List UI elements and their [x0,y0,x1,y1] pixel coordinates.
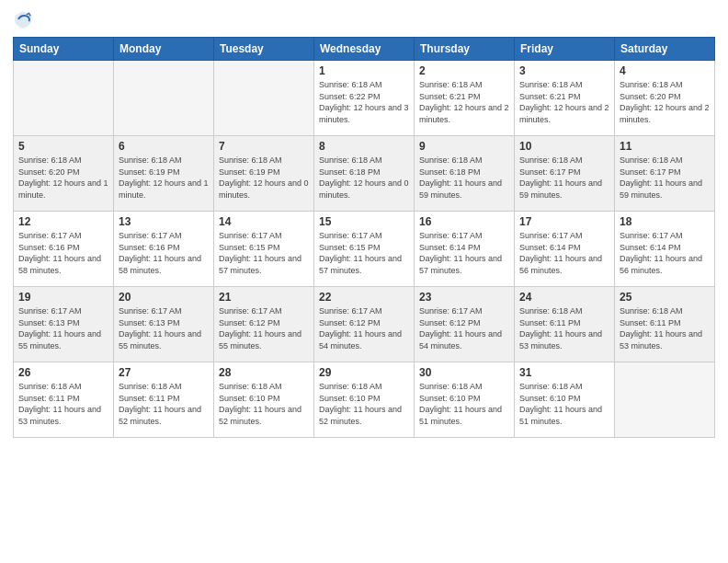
calendar-cell: 15Sunrise: 6:17 AM Sunset: 6:15 PM Dayli… [314,212,415,287]
day-info: Sunrise: 6:18 AM Sunset: 6:18 PM Dayligh… [319,155,409,201]
header [13,9,715,29]
calendar-cell [214,61,314,136]
calendar-cell: 16Sunrise: 6:17 AM Sunset: 6:14 PM Dayli… [415,212,515,287]
day-info: Sunrise: 6:18 AM Sunset: 6:11 PM Dayligh… [18,381,108,427]
day-number: 23 [419,291,509,304]
calendar-cell: 23Sunrise: 6:17 AM Sunset: 6:12 PM Dayli… [415,287,515,362]
day-number: 29 [319,366,409,379]
day-info: Sunrise: 6:18 AM Sunset: 6:20 PM Dayligh… [18,155,108,201]
calendar-cell: 26Sunrise: 6:18 AM Sunset: 6:11 PM Dayli… [14,362,114,438]
calendar-cell: 24Sunrise: 6:18 AM Sunset: 6:11 PM Dayli… [515,287,615,362]
day-info: Sunrise: 6:17 AM Sunset: 6:16 PM Dayligh… [119,230,209,276]
day-info: Sunrise: 6:18 AM Sunset: 6:21 PM Dayligh… [419,79,509,125]
day-number: 19 [18,291,108,304]
calendar-cell: 30Sunrise: 6:18 AM Sunset: 6:10 PM Dayli… [415,362,515,438]
calendar-cell: 1Sunrise: 6:18 AM Sunset: 6:22 PM Daylig… [314,61,415,136]
calendar-header-monday: Monday [114,38,214,61]
day-info: Sunrise: 6:17 AM Sunset: 6:12 PM Dayligh… [419,305,509,351]
calendar-cell: 28Sunrise: 6:18 AM Sunset: 6:10 PM Dayli… [214,362,314,438]
day-info: Sunrise: 6:18 AM Sunset: 6:21 PM Dayligh… [519,79,609,125]
calendar-cell: 6Sunrise: 6:18 AM Sunset: 6:19 PM Daylig… [114,136,214,212]
day-info: Sunrise: 6:18 AM Sunset: 6:17 PM Dayligh… [519,155,609,201]
day-number: 1 [319,64,409,77]
day-info: Sunrise: 6:18 AM Sunset: 6:19 PM Dayligh… [119,155,209,201]
day-number: 24 [519,291,609,304]
calendar-cell: 27Sunrise: 6:18 AM Sunset: 6:11 PM Dayli… [114,362,214,438]
calendar-cell: 9Sunrise: 6:18 AM Sunset: 6:18 PM Daylig… [415,136,515,212]
day-number: 6 [119,140,209,153]
calendar-cell: 3Sunrise: 6:18 AM Sunset: 6:21 PM Daylig… [515,61,615,136]
day-info: Sunrise: 6:18 AM Sunset: 6:18 PM Dayligh… [419,155,509,201]
calendar-header-saturday: Saturday [615,38,715,61]
day-info: Sunrise: 6:17 AM Sunset: 6:15 PM Dayligh… [219,230,309,276]
day-info: Sunrise: 6:17 AM Sunset: 6:13 PM Dayligh… [18,305,108,351]
calendar-week-1: 5Sunrise: 6:18 AM Sunset: 6:20 PM Daylig… [14,136,715,212]
calendar-cell: 12Sunrise: 6:17 AM Sunset: 6:16 PM Dayli… [14,212,114,287]
logo-icon [13,9,33,29]
day-info: Sunrise: 6:18 AM Sunset: 6:22 PM Dayligh… [319,79,409,125]
calendar-cell: 4Sunrise: 6:18 AM Sunset: 6:20 PM Daylig… [615,61,715,136]
day-info: Sunrise: 6:17 AM Sunset: 6:12 PM Dayligh… [219,305,309,351]
calendar-cell: 25Sunrise: 6:18 AM Sunset: 6:11 PM Dayli… [615,287,715,362]
calendar-cell: 8Sunrise: 6:18 AM Sunset: 6:18 PM Daylig… [314,136,415,212]
day-info: Sunrise: 6:18 AM Sunset: 6:20 PM Dayligh… [620,79,710,125]
day-number: 21 [219,291,309,304]
day-number: 16 [419,215,509,228]
calendar-week-2: 12Sunrise: 6:17 AM Sunset: 6:16 PM Dayli… [14,212,715,287]
day-info: Sunrise: 6:18 AM Sunset: 6:10 PM Dayligh… [219,381,309,427]
day-number: 22 [319,291,409,304]
calendar-cell: 2Sunrise: 6:18 AM Sunset: 6:21 PM Daylig… [415,61,515,136]
calendar-header-row: SundayMondayTuesdayWednesdayThursdayFrid… [14,38,715,61]
day-info: Sunrise: 6:17 AM Sunset: 6:14 PM Dayligh… [519,230,609,276]
logo [13,9,37,29]
day-info: Sunrise: 6:17 AM Sunset: 6:15 PM Dayligh… [319,230,409,276]
calendar-cell: 10Sunrise: 6:18 AM Sunset: 6:17 PM Dayli… [515,136,615,212]
calendar-cell: 11Sunrise: 6:18 AM Sunset: 6:17 PM Dayli… [615,136,715,212]
day-info: Sunrise: 6:18 AM Sunset: 6:19 PM Dayligh… [219,155,309,201]
calendar-cell: 20Sunrise: 6:17 AM Sunset: 6:13 PM Dayli… [114,287,214,362]
day-number: 8 [319,140,409,153]
calendar-cell: 17Sunrise: 6:17 AM Sunset: 6:14 PM Dayli… [515,212,615,287]
calendar-cell: 29Sunrise: 6:18 AM Sunset: 6:10 PM Dayli… [314,362,415,438]
calendar-week-0: 1Sunrise: 6:18 AM Sunset: 6:22 PM Daylig… [14,61,715,136]
calendar-cell: 22Sunrise: 6:17 AM Sunset: 6:12 PM Dayli… [314,287,415,362]
calendar-cell [615,362,715,438]
day-number: 3 [519,64,609,77]
calendar-cell: 19Sunrise: 6:17 AM Sunset: 6:13 PM Dayli… [14,287,114,362]
day-number: 14 [219,215,309,228]
day-info: Sunrise: 6:17 AM Sunset: 6:12 PM Dayligh… [319,305,409,351]
day-info: Sunrise: 6:18 AM Sunset: 6:17 PM Dayligh… [620,155,710,201]
calendar-week-4: 26Sunrise: 6:18 AM Sunset: 6:11 PM Dayli… [14,362,715,438]
calendar-cell: 13Sunrise: 6:17 AM Sunset: 6:16 PM Dayli… [114,212,214,287]
day-number: 30 [419,366,509,379]
calendar-header-thursday: Thursday [415,38,515,61]
calendar-header-sunday: Sunday [14,38,114,61]
day-number: 31 [519,366,609,379]
day-info: Sunrise: 6:18 AM Sunset: 6:11 PM Dayligh… [620,305,710,351]
day-info: Sunrise: 6:17 AM Sunset: 6:16 PM Dayligh… [18,230,108,276]
day-info: Sunrise: 6:18 AM Sunset: 6:10 PM Dayligh… [519,381,609,427]
day-number: 20 [119,291,209,304]
calendar-week-3: 19Sunrise: 6:17 AM Sunset: 6:13 PM Dayli… [14,287,715,362]
calendar-cell: 18Sunrise: 6:17 AM Sunset: 6:14 PM Dayli… [615,212,715,287]
day-number: 10 [519,140,609,153]
calendar-cell [114,61,214,136]
calendar-cell [14,61,114,136]
calendar-cell: 21Sunrise: 6:17 AM Sunset: 6:12 PM Dayli… [214,287,314,362]
day-number: 9 [419,140,509,153]
day-number: 2 [419,64,509,77]
calendar: SundayMondayTuesdayWednesdayThursdayFrid… [13,37,715,438]
day-number: 11 [620,140,710,153]
day-number: 15 [319,215,409,228]
calendar-cell: 7Sunrise: 6:18 AM Sunset: 6:19 PM Daylig… [214,136,314,212]
page: SundayMondayTuesdayWednesdayThursdayFrid… [0,0,728,563]
day-info: Sunrise: 6:18 AM Sunset: 6:11 PM Dayligh… [519,305,609,351]
day-number: 26 [18,366,108,379]
calendar-cell: 14Sunrise: 6:17 AM Sunset: 6:15 PM Dayli… [214,212,314,287]
day-number: 18 [620,215,710,228]
calendar-header-wednesday: Wednesday [314,38,415,61]
day-number: 5 [18,140,108,153]
day-number: 27 [119,366,209,379]
day-number: 7 [219,140,309,153]
day-number: 28 [219,366,309,379]
